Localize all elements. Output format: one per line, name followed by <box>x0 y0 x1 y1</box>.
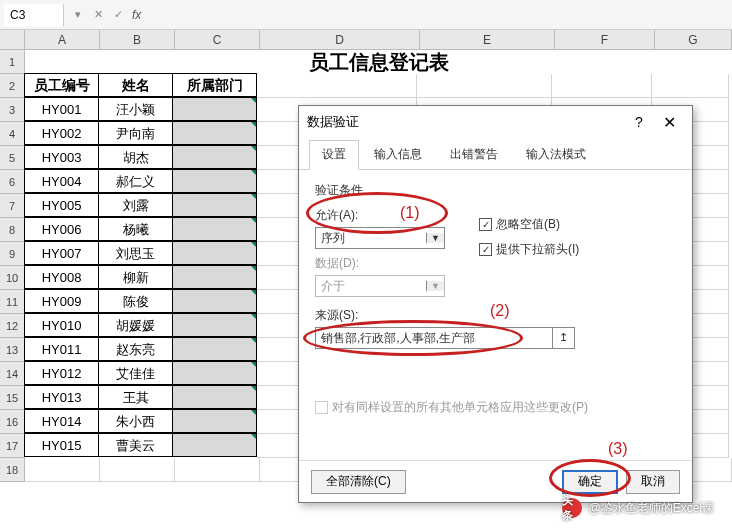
cell[interactable] <box>172 193 257 217</box>
cell[interactable]: 杨曦 <box>98 217 173 241</box>
cell[interactable] <box>172 385 257 409</box>
dropdown-arrow-checkbox[interactable]: ✓提供下拉箭头(I) <box>479 241 579 258</box>
row-header[interactable]: 12 <box>0 314 25 338</box>
cell[interactable]: 所属部门 <box>172 73 257 97</box>
cell[interactable]: 姓名 <box>98 73 173 97</box>
row-header[interactable]: 10 <box>0 266 25 290</box>
tab-ime-mode[interactable]: 输入法模式 <box>513 140 599 169</box>
tab-input-message[interactable]: 输入信息 <box>361 140 435 169</box>
cell[interactable]: HY009 <box>24 289 99 313</box>
name-box[interactable]: C3 <box>4 4 64 26</box>
cell[interactable]: 郝仁义 <box>98 169 173 193</box>
close-icon[interactable]: ✕ <box>654 113 684 132</box>
formula-input[interactable] <box>149 4 728 26</box>
col-header[interactable]: G <box>655 30 732 50</box>
col-header[interactable]: D <box>260 30 420 50</box>
select-all-corner[interactable] <box>0 30 25 50</box>
cell[interactable] <box>25 458 100 482</box>
cell[interactable]: 胡媛媛 <box>98 313 173 337</box>
cell[interactable] <box>172 313 257 337</box>
cancel-button[interactable]: 取消 <box>626 470 680 494</box>
cell[interactable]: HY011 <box>24 337 99 361</box>
cell[interactable]: 尹向南 <box>98 121 173 145</box>
clear-all-button[interactable]: 全部清除(C) <box>311 470 406 494</box>
cell[interactable] <box>172 241 257 265</box>
cell[interactable] <box>172 289 257 313</box>
cell[interactable] <box>257 74 417 98</box>
row-header[interactable]: 18 <box>0 458 25 482</box>
cell[interactable] <box>172 169 257 193</box>
confirm-icon[interactable]: ✓ <box>108 8 128 21</box>
cell[interactable]: 陈俊 <box>98 289 173 313</box>
row-header[interactable]: 17 <box>0 434 25 458</box>
row-header[interactable]: 6 <box>0 170 25 194</box>
cell[interactable]: HY001 <box>24 97 99 121</box>
row-header[interactable]: 15 <box>0 386 25 410</box>
ignore-blank-checkbox[interactable]: ✓忽略空值(B) <box>479 216 579 233</box>
cell[interactable]: HY013 <box>24 385 99 409</box>
cell[interactable] <box>552 74 652 98</box>
cell[interactable]: HY003 <box>24 145 99 169</box>
cell[interactable]: 艾佳佳 <box>98 361 173 385</box>
tab-settings[interactable]: 设置 <box>309 140 359 170</box>
cell[interactable] <box>172 361 257 385</box>
row-header[interactable]: 8 <box>0 218 25 242</box>
chevron-down-icon[interactable]: ▼ <box>426 233 444 243</box>
cell[interactable]: 曹美云 <box>98 433 173 457</box>
cell[interactable] <box>100 458 175 482</box>
row-header[interactable]: 13 <box>0 338 25 362</box>
row-header[interactable]: 3 <box>0 98 25 122</box>
cell[interactable] <box>175 458 260 482</box>
cell[interactable]: 员工编号 <box>24 73 99 97</box>
cell[interactable] <box>172 217 257 241</box>
cell[interactable]: 赵东亮 <box>98 337 173 361</box>
cell[interactable] <box>652 74 729 98</box>
ok-button[interactable]: 确定 <box>562 470 618 494</box>
cell[interactable]: HY007 <box>24 241 99 265</box>
cell[interactable]: HY006 <box>24 217 99 241</box>
source-input[interactable]: 销售部,行政部,人事部,生产部 ↥ <box>315 327 575 349</box>
cell[interactable] <box>172 265 257 289</box>
row-header[interactable]: 2 <box>0 74 25 98</box>
cell[interactable]: 汪小颖 <box>98 97 173 121</box>
col-header[interactable]: E <box>420 30 555 50</box>
cell[interactable] <box>172 145 257 169</box>
cancel-icon[interactable]: ✕ <box>88 8 108 21</box>
cell[interactable]: HY002 <box>24 121 99 145</box>
cell[interactable]: HY015 <box>24 433 99 457</box>
col-header[interactable]: F <box>555 30 655 50</box>
cell[interactable]: HY010 <box>24 313 99 337</box>
row-header[interactable]: 1 <box>0 50 25 74</box>
cell[interactable] <box>417 74 552 98</box>
cell[interactable] <box>172 97 257 121</box>
tab-error-alert[interactable]: 出错警告 <box>437 140 511 169</box>
col-header[interactable]: C <box>175 30 260 50</box>
help-icon[interactable]: ? <box>624 114 654 130</box>
cell[interactable]: 柳新 <box>98 265 173 289</box>
row-header[interactable]: 16 <box>0 410 25 434</box>
cell[interactable]: 胡杰 <box>98 145 173 169</box>
cell[interactable] <box>172 121 257 145</box>
range-picker-icon[interactable]: ↥ <box>552 328 574 348</box>
cell[interactable]: HY012 <box>24 361 99 385</box>
row-header[interactable]: 11 <box>0 290 25 314</box>
cell[interactable]: HY014 <box>24 409 99 433</box>
cell[interactable]: 王其 <box>98 385 173 409</box>
col-header[interactable]: B <box>100 30 175 50</box>
cell[interactable] <box>172 409 257 433</box>
row-header[interactable]: 7 <box>0 194 25 218</box>
cell[interactable]: HY004 <box>24 169 99 193</box>
cell[interactable]: 刘露 <box>98 193 173 217</box>
cell[interactable]: HY008 <box>24 265 99 289</box>
cell[interactable]: HY005 <box>24 193 99 217</box>
cell[interactable]: 刘思玉 <box>98 241 173 265</box>
cell[interactable] <box>172 433 257 457</box>
row-header[interactable]: 9 <box>0 242 25 266</box>
dropdown-icon[interactable]: ▾ <box>68 8 88 21</box>
cell[interactable] <box>172 337 257 361</box>
row-header[interactable]: 14 <box>0 362 25 386</box>
col-header[interactable]: A <box>25 30 100 50</box>
cell[interactable]: 员工信息登记表 <box>25 50 732 74</box>
allow-combo[interactable]: 序列 ▼ <box>315 227 445 249</box>
row-header[interactable]: 4 <box>0 122 25 146</box>
